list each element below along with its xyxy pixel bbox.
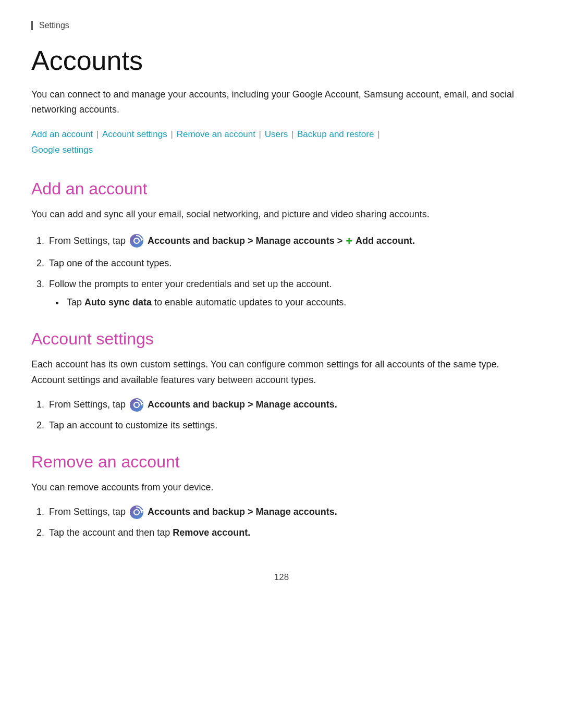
nav-separator-1: | — [94, 129, 101, 139]
accounts-backup-icon — [129, 233, 144, 248]
remove-account-bold: Remove account. — [173, 527, 250, 538]
nav-link-google[interactable]: Google settings — [31, 145, 93, 155]
account-settings-intro: Each account has its own custom settings… — [31, 357, 532, 388]
step3-text: Follow the prompts to enter your credent… — [49, 279, 332, 289]
section-add-account: Add an account You can add and sync all … — [31, 179, 532, 311]
nav-link-remove-account[interactable]: Remove an account — [177, 129, 255, 139]
remove-account-title: Remove an account — [31, 452, 532, 472]
nav-link-backup[interactable]: Backup and restore — [297, 129, 374, 139]
remove-step1-bold: Accounts and backup > Manage accounts. — [148, 507, 337, 517]
account-settings-steps: From Settings, tap Accounts and backup — [47, 397, 532, 433]
remove-step2-before: Tap the account and then tap — [49, 527, 173, 538]
remove-account-steps: From Settings, tap Accounts and backup — [47, 504, 532, 540]
nav-separator-2: | — [168, 129, 176, 139]
add-account-steps: From Settings, tap Accounts and backup — [47, 232, 532, 311]
add-account-bullets: Tap Auto sync data to enable automatic u… — [65, 295, 532, 311]
add-account-step-3: Follow the prompts to enter your credent… — [47, 277, 532, 311]
nav-separator-5: | — [375, 129, 380, 139]
add-account-bullet-1: Tap Auto sync data to enable automatic u… — [65, 295, 532, 311]
step1-add-account-bold: Add account. — [356, 236, 415, 246]
step1-text-before: From Settings, tap — [49, 236, 128, 246]
nav-links: Add an account | Account settings | Remo… — [31, 127, 532, 158]
remove-step1-before: From Settings, tap — [49, 507, 128, 517]
account-settings-step-1: From Settings, tap Accounts and backup — [47, 397, 532, 413]
remove-step-2: Tap the account and then tap Remove acco… — [47, 525, 532, 541]
accounts-backup-icon-3 — [129, 505, 144, 520]
acct-step1-before: From Settings, tap — [49, 399, 128, 410]
nav-link-account-settings[interactable]: Account settings — [102, 129, 167, 139]
plus-icon: + — [346, 232, 352, 251]
accounts-backup-icon-2 — [129, 398, 144, 412]
account-settings-title: Account settings — [31, 329, 532, 349]
add-account-intro: You can add and sync all your email, soc… — [31, 207, 532, 223]
nav-link-add-account[interactable]: Add an account — [31, 129, 93, 139]
nav-separator-3: | — [256, 129, 264, 139]
add-account-step-1: From Settings, tap Accounts and backup — [47, 232, 532, 251]
remove-step-1: From Settings, tap Accounts and backup — [47, 504, 532, 520]
page-intro: You can connect to and manage your accou… — [31, 87, 532, 117]
step1-bold-text: Accounts and backup > Manage accounts > — [148, 236, 345, 246]
nav-separator-4: | — [289, 129, 296, 139]
step2-text: Tap one of the account types. — [49, 258, 172, 268]
page-title: Accounts — [31, 46, 532, 76]
auto-sync-bold: Auto sync data — [84, 297, 152, 307]
add-account-title: Add an account — [31, 179, 532, 199]
remove-account-intro: You can remove accounts from your device… — [31, 480, 532, 496]
breadcrumb: Settings — [31, 21, 532, 30]
acct-step1-bold: Accounts and backup > Manage accounts. — [148, 399, 337, 410]
account-settings-step-2: Tap an account to customize its settings… — [47, 418, 532, 434]
add-account-step-2: Tap one of the account types. — [47, 256, 532, 272]
section-remove-account: Remove an account You can remove account… — [31, 452, 532, 541]
page-number: 128 — [31, 572, 532, 583]
acct-step2-text: Tap an account to customize its settings… — [49, 420, 217, 430]
section-account-settings: Account settings Each account has its ow… — [31, 329, 532, 434]
nav-link-users[interactable]: Users — [265, 129, 288, 139]
